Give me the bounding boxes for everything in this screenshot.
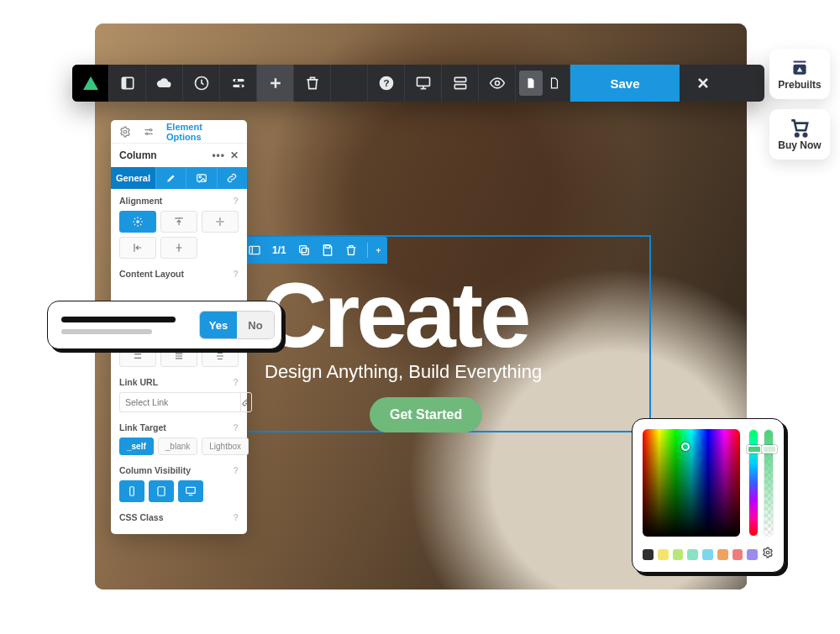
selection-add-icon[interactable] bbox=[367, 243, 382, 258]
svg-rect-24 bbox=[130, 487, 134, 496]
page-mode-b[interactable] bbox=[543, 71, 566, 96]
prompt-yes-button[interactable]: Yes bbox=[200, 312, 237, 338]
svg-rect-2 bbox=[299, 246, 306, 253]
panel-sliders-icon[interactable] bbox=[143, 126, 155, 138]
buy-now-widget[interactable]: Buy Now bbox=[769, 109, 830, 160]
element-options-tab[interactable]: Element Options bbox=[166, 122, 239, 142]
subtab-background-icon[interactable] bbox=[186, 167, 217, 189]
subtab-extras-icon[interactable] bbox=[218, 167, 247, 189]
svg-rect-5 bbox=[122, 77, 126, 88]
side-widgets: Prebuilts Buy Now bbox=[769, 49, 830, 160]
prebuilts-label: Prebuilts bbox=[773, 79, 827, 91]
prompt-no-button[interactable]: No bbox=[237, 312, 274, 338]
svg-point-9 bbox=[234, 79, 237, 81]
svg-point-21 bbox=[199, 176, 201, 178]
link-url-help-icon[interactable]: ? bbox=[234, 377, 239, 387]
preview-eye-icon[interactable] bbox=[479, 65, 516, 102]
hero-subtitle: Design Anything, Build Everything bbox=[265, 361, 542, 383]
svg-point-10 bbox=[239, 85, 241, 87]
swatch-row bbox=[643, 547, 774, 562]
content-layout-help-icon[interactable]: ? bbox=[234, 269, 239, 279]
prebuilts-icon bbox=[773, 55, 827, 79]
panel-title: Column bbox=[119, 149, 157, 161]
visibility-tablet[interactable] bbox=[149, 480, 174, 502]
link-target-help-icon[interactable]: ? bbox=[234, 422, 239, 432]
link-target-self[interactable]: _self bbox=[119, 438, 154, 455]
align-top[interactable] bbox=[160, 211, 197, 233]
sidebar-toggle-icon[interactable] bbox=[109, 65, 146, 102]
preferences-icon[interactable] bbox=[220, 65, 257, 102]
hero-cta-button[interactable]: Get Started bbox=[370, 397, 482, 432]
color-field[interactable] bbox=[643, 429, 740, 537]
link-target-blank[interactable]: _blank bbox=[158, 438, 197, 455]
layout-rows-icon[interactable] bbox=[442, 65, 479, 102]
column-visibility-help-icon[interactable]: ? bbox=[234, 465, 239, 475]
swatch-settings-icon[interactable] bbox=[762, 547, 774, 562]
alpha-thumb[interactable] bbox=[762, 445, 777, 453]
desktop-preview-icon[interactable] bbox=[405, 65, 442, 102]
help-icon[interactable]: ? bbox=[368, 65, 405, 102]
close-button[interactable] bbox=[680, 65, 727, 102]
color-swatch[interactable] bbox=[643, 549, 654, 560]
color-swatch[interactable] bbox=[717, 549, 728, 560]
selection-duplicate-icon[interactable] bbox=[297, 243, 312, 258]
prebuilts-widget[interactable]: Prebuilts bbox=[769, 49, 830, 99]
visibility-desktop[interactable] bbox=[178, 480, 203, 502]
panel-gear-icon[interactable] bbox=[119, 126, 131, 138]
svg-rect-25 bbox=[158, 487, 165, 496]
link-picker-icon[interactable] bbox=[240, 392, 252, 412]
alignment-label: Alignment bbox=[119, 196, 162, 206]
link-target-label: Link Target bbox=[119, 422, 166, 432]
hero-title: Create bbox=[260, 269, 528, 361]
cart-icon bbox=[773, 116, 827, 139]
link-url-input[interactable] bbox=[119, 392, 240, 412]
selection-page-count: 1/1 bbox=[270, 244, 288, 256]
delete-icon[interactable] bbox=[294, 65, 331, 102]
page-mode-switch bbox=[516, 65, 570, 102]
svg-rect-15 bbox=[454, 85, 465, 89]
svg-rect-1 bbox=[302, 248, 308, 254]
color-swatch[interactable] bbox=[702, 549, 713, 560]
panel-close-icon[interactable]: ✕ bbox=[230, 149, 239, 161]
visibility-mobile[interactable] bbox=[119, 480, 144, 502]
selection-save-icon[interactable] bbox=[320, 243, 335, 258]
link-url-label: Link URL bbox=[119, 377, 158, 387]
align-center[interactable] bbox=[160, 237, 197, 259]
cloud-save-icon[interactable] bbox=[146, 65, 183, 102]
svg-rect-8 bbox=[233, 85, 244, 87]
svg-point-18 bbox=[150, 128, 151, 130]
align-default[interactable] bbox=[119, 211, 156, 233]
history-icon[interactable] bbox=[183, 65, 220, 102]
alignment-help-icon[interactable]: ? bbox=[234, 196, 239, 206]
svg-rect-3 bbox=[325, 245, 329, 248]
svg-point-32 bbox=[804, 134, 806, 136]
svg-rect-29 bbox=[793, 60, 806, 62]
selection-delete-icon[interactable] bbox=[344, 243, 359, 258]
align-middle[interactable] bbox=[202, 211, 239, 233]
hue-thumb[interactable] bbox=[747, 445, 762, 453]
svg-point-16 bbox=[495, 81, 499, 86]
app-logo[interactable] bbox=[72, 65, 109, 102]
save-button[interactable]: Save bbox=[570, 65, 680, 102]
color-swatch[interactable] bbox=[687, 549, 698, 560]
confirm-prompt: Yes No bbox=[47, 301, 282, 349]
color-swatch[interactable] bbox=[673, 549, 684, 560]
svg-rect-7 bbox=[233, 79, 244, 81]
subtab-design-icon[interactable] bbox=[156, 167, 186, 189]
alpha-slider[interactable] bbox=[764, 429, 774, 537]
color-swatch[interactable] bbox=[747, 549, 758, 560]
add-element-button[interactable] bbox=[257, 65, 294, 102]
prompt-text-placeholder bbox=[61, 317, 191, 334]
color-swatch[interactable] bbox=[658, 549, 669, 560]
hue-slider[interactable] bbox=[748, 429, 759, 537]
color-cursor[interactable] bbox=[681, 443, 690, 451]
link-target-lightbox[interactable]: Lightbox bbox=[202, 438, 249, 455]
panel-more-icon[interactable]: ••• bbox=[212, 149, 225, 161]
color-swatch[interactable] bbox=[732, 549, 743, 560]
css-class-help-icon[interactable]: ? bbox=[234, 512, 239, 522]
selection-container-icon[interactable] bbox=[247, 243, 262, 258]
page-mode-a[interactable] bbox=[519, 71, 543, 96]
subtab-general[interactable]: General bbox=[111, 167, 156, 189]
top-toolbar: ? Save bbox=[72, 65, 764, 102]
align-left[interactable] bbox=[119, 237, 156, 259]
